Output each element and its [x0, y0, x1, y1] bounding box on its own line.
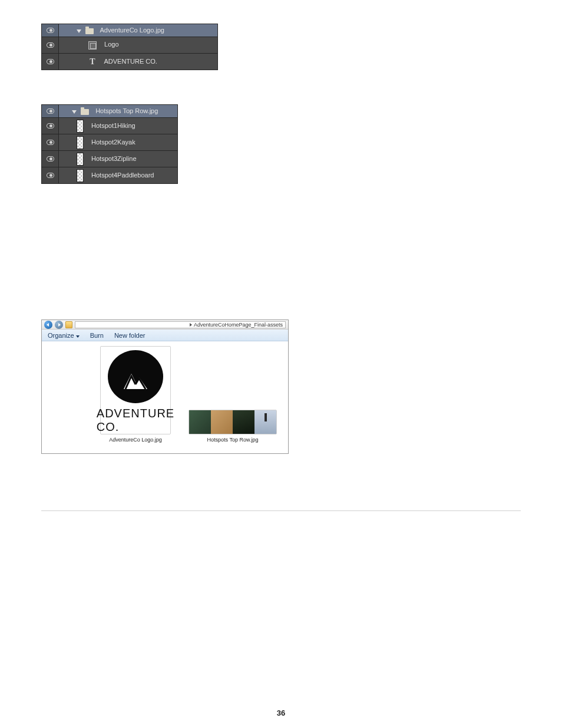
nav-forward-button[interactable]: [55, 321, 63, 329]
transparent-thumb-icon: [77, 169, 84, 182]
visibility-icon[interactable]: [47, 123, 54, 129]
breadcrumb-segment[interactable]: AdventureCoHomePage_Final-assets: [194, 322, 283, 328]
layer-name: Hotspot3Zipline: [91, 154, 136, 162]
visibility-icon[interactable]: [47, 108, 54, 114]
layer-row[interactable]: Hotspot2Kayak: [42, 134, 178, 151]
layer-group-name: AdventureCo Logo.jpg: [100, 27, 164, 34]
layer-group-name: Hotspots Top Row.jpg: [95, 107, 158, 114]
transparent-thumb-icon: [77, 120, 84, 133]
text-layer-icon: T: [88, 57, 97, 67]
layer-row[interactable]: Hotspot4Paddleboard: [42, 167, 178, 184]
folder-icon: [65, 321, 72, 328]
layer-group-header[interactable]: AdventureCo Logo.jpg: [42, 24, 218, 37]
logo-mark: [108, 350, 163, 403]
explorer-window: AdventureCoHomePage_Final-assets Organiz…: [41, 319, 289, 454]
burn-button[interactable]: Burn: [90, 332, 104, 339]
layer-name: Hotspot1Hiking: [91, 121, 135, 129]
page-number: 36: [0, 709, 562, 717]
nav-back-button[interactable]: [44, 321, 52, 329]
layers-panel-hotspots: Hotspots Top Row.jpg Hotspot1Hiking Hots…: [41, 104, 178, 184]
file-thumbnail: ADVENTURE CO.: [100, 346, 171, 434]
explorer-toolbar: Organize Burn New folder: [42, 330, 288, 341]
transparent-thumb-icon: [77, 136, 84, 149]
organize-menu[interactable]: Organize: [48, 332, 80, 339]
layer-row[interactable]: Hotspot1Hiking: [42, 118, 178, 134]
visibility-icon[interactable]: [47, 140, 54, 145]
visibility-icon[interactable]: [47, 173, 54, 178]
file-thumbnail: [189, 410, 277, 434]
visibility-icon[interactable]: [47, 42, 54, 48]
folder-icon: [81, 109, 89, 115]
visibility-icon[interactable]: [47, 28, 54, 33]
layer-name: ADVENTURE CO.: [104, 57, 157, 64]
layer-name: Logo: [104, 41, 118, 48]
new-folder-button[interactable]: New folder: [114, 332, 146, 339]
folder-icon: [85, 28, 94, 34]
chevron-right-icon: [190, 323, 192, 327]
visibility-icon[interactable]: [47, 59, 54, 64]
chevron-down-icon[interactable]: [77, 29, 81, 33]
breadcrumb[interactable]: AdventureCoHomePage_Final-assets: [75, 321, 286, 328]
explorer-titlebar: AdventureCoHomePage_Final-assets: [42, 320, 288, 330]
layer-row[interactable]: T ADVENTURE CO.: [42, 54, 218, 70]
layers-panel-logo: AdventureCo Logo.jpg Logo T ADVENTURE CO…: [41, 24, 218, 70]
layer-name: Hotspot4Paddleboard: [91, 171, 154, 178]
visibility-icon[interactable]: [47, 156, 54, 162]
layer-row[interactable]: Hotspot3Zipline: [42, 151, 178, 167]
layer-name: Hotspot2Kayak: [91, 138, 135, 145]
logo-wordmark: ADVENTURE CO.: [97, 407, 174, 434]
layer-row[interactable]: Logo: [42, 37, 218, 54]
file-item-hotspots[interactable]: Hotspots Top Row.jpg: [189, 346, 277, 443]
smart-object-icon: [88, 41, 97, 50]
file-item-logo[interactable]: ADVENTURE CO. AdventureCo Logo.jpg: [100, 346, 171, 443]
transparent-thumb-icon: [77, 153, 84, 166]
explorer-content: ADVENTURE CO. AdventureCo Logo.jpg Hotsp…: [42, 341, 288, 453]
file-caption: AdventureCo Logo.jpg: [109, 437, 162, 443]
layer-group-header[interactable]: Hotspots Top Row.jpg: [42, 105, 178, 118]
file-caption: Hotspots Top Row.jpg: [207, 437, 259, 443]
horizontal-rule: [41, 510, 521, 511]
chevron-down-icon[interactable]: [72, 110, 77, 114]
